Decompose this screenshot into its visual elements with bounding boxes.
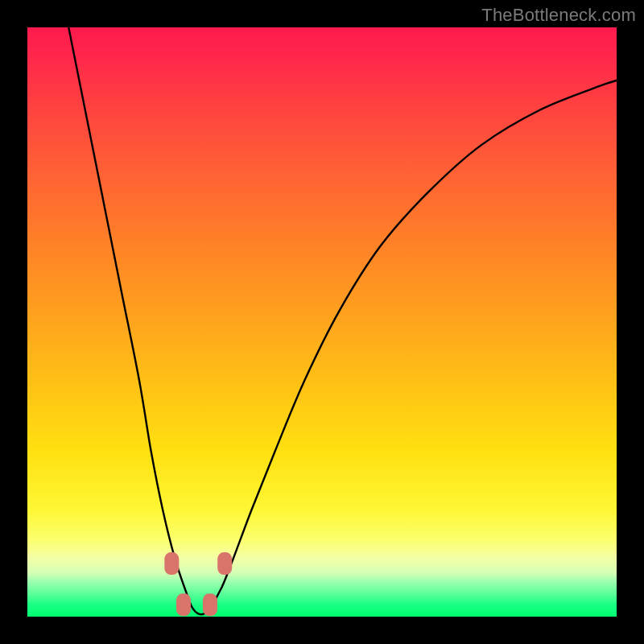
curve-marker: [176, 593, 191, 616]
curve-markers: [164, 552, 232, 616]
curve-marker: [217, 552, 232, 575]
chart-frame: TheBottleneck.com: [0, 0, 644, 644]
plot-area: [27, 27, 617, 617]
curve-marker: [164, 552, 179, 575]
chart-svg: [27, 27, 617, 617]
watermark-text: TheBottleneck.com: [481, 5, 636, 26]
curve-marker: [203, 593, 217, 616]
bottleneck-curve: [68, 27, 617, 614]
